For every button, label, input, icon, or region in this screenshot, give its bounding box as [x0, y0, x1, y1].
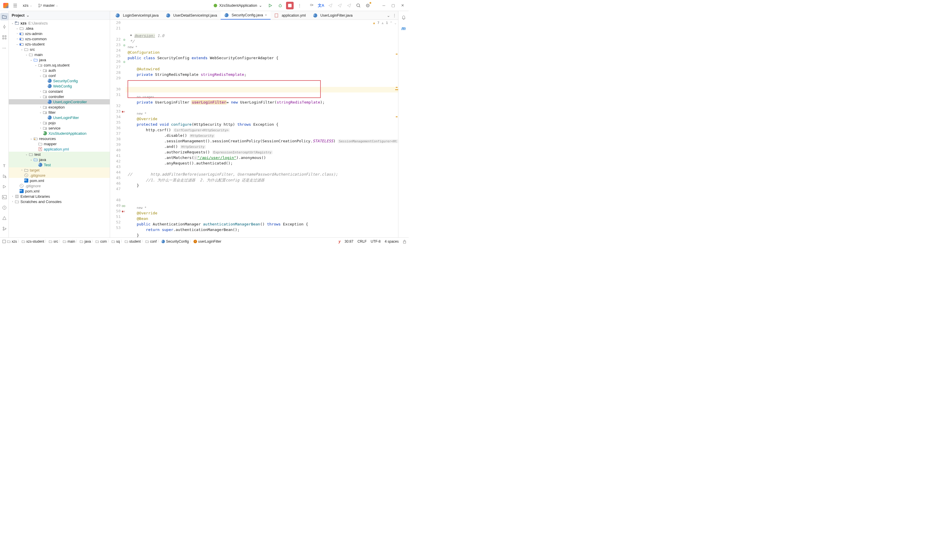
tree-item[interactable]: ⌄main	[9, 52, 110, 57]
readonly-lock-icon[interactable]	[403, 240, 406, 243]
minimize-button[interactable]: ─	[379, 2, 388, 10]
send-alt-icon[interactable]	[336, 2, 344, 10]
vcs-branch-crumb[interactable]: master⌄	[35, 2, 61, 9]
breadcrumb-item[interactable]: sq	[111, 240, 120, 243]
run-button[interactable]	[266, 2, 274, 10]
tree-item[interactable]: ›Scratches and Consoles	[9, 199, 110, 204]
run-config-selector[interactable]: XzsStudentApplication⌄	[211, 2, 264, 9]
run-tool-button[interactable]	[0, 172, 8, 180]
run-gutter-icon[interactable]: ◎	[123, 43, 125, 47]
breadcrumb-item[interactable]: main	[63, 240, 75, 243]
tree-item[interactable]: ⌄filter	[9, 110, 110, 115]
breadcrumb-item[interactable]: com	[96, 240, 107, 243]
breadcrumb-item[interactable]: fuserLoginFilter	[194, 240, 221, 243]
yandex-icon[interactable]: y	[339, 240, 341, 243]
tree-item[interactable]: ⌄src	[9, 47, 110, 52]
project-panel-header[interactable]: Project⌄	[9, 11, 110, 20]
tree-item[interactable]: .gitignore	[9, 173, 110, 178]
tree-item[interactable]: ▶XzsStudentApplication	[9, 131, 110, 136]
code-editor[interactable]: 202122◎23◎242526◎27282930313233●↑3435363…	[110, 20, 398, 237]
intention-bulb-icon[interactable]: 💡	[126, 100, 126, 105]
project-tree[interactable]: ⌄ xzs E:\Java\xzs ⌄.idea›xzs-admin›xzs-c…	[9, 20, 110, 237]
code-with-me-icon[interactable]	[308, 2, 316, 10]
send-icon[interactable]	[326, 2, 334, 10]
run-dashboard-button[interactable]	[0, 183, 8, 191]
tree-item[interactable]: ›auth	[9, 68, 110, 73]
tree-item[interactable]: mpom.xml	[9, 188, 110, 194]
breadcrumb-item[interactable]: src	[49, 240, 58, 243]
tree-item[interactable]: ⌄.idea	[9, 26, 110, 31]
tree-item[interactable]: mapper	[9, 141, 110, 146]
override-icon[interactable]: ●↑	[122, 110, 125, 113]
file-encoding[interactable]: UTF-8	[371, 240, 381, 243]
editor-tab[interactable]: CUserLoginFilter.java	[310, 11, 356, 20]
caret-position[interactable]: 30:87	[345, 240, 353, 243]
tree-item[interactable]: ⌄xzs-student	[9, 42, 110, 47]
line-separator[interactable]: CRLF	[358, 240, 367, 243]
tree-item[interactable]: ›service	[9, 125, 110, 131]
override-icon[interactable]: ◎◎	[122, 204, 125, 208]
stop-button[interactable]	[286, 2, 294, 9]
run-gutter-icon[interactable]: ◎	[123, 60, 125, 63]
tree-item[interactable]: ›exception	[9, 105, 110, 110]
tree-root[interactable]: ⌄ xzs E:\Java\xzs	[9, 20, 110, 26]
app-logo[interactable]	[2, 2, 10, 10]
breadcrumb-item[interactable]: CSecurityConfig	[162, 240, 189, 243]
breadcrumb-toggle[interactable]	[2, 240, 6, 243]
editor-gutter[interactable]: 202122◎23◎242526◎27282930313233●↑3435363…	[110, 20, 126, 237]
search-icon[interactable]	[354, 2, 362, 10]
tree-item[interactable]: ›External Libraries	[9, 194, 110, 199]
close-tab-icon[interactable]: ×	[265, 13, 267, 17]
tree-item[interactable]: ›constant	[9, 89, 110, 94]
problems-tool-button[interactable]	[0, 203, 8, 212]
notifications-button[interactable]	[399, 14, 408, 22]
breadcrumb-item[interactable]: xzs	[7, 240, 17, 243]
breadcrumb-item[interactable]: java	[80, 240, 91, 243]
tree-item[interactable]: ›xzs-admin	[9, 31, 110, 36]
terminal-tool-button[interactable]	[0, 193, 8, 201]
debug-button[interactable]	[276, 2, 284, 10]
commit-tool-button[interactable]	[0, 23, 8, 31]
code-content[interactable]: ▲7 ▲1 ^⌄ * @version: 1.0 */new *@Configu…	[126, 20, 398, 237]
send-alt2-icon[interactable]	[345, 2, 353, 10]
editor-scrollbar[interactable]	[395, 29, 398, 237]
settings-icon[interactable]	[364, 2, 372, 10]
tree-item[interactable]: ⌄conf	[9, 73, 110, 78]
override-icon[interactable]: ●↑	[122, 210, 125, 213]
close-button[interactable]: ✕	[398, 2, 407, 10]
editor-tab[interactable]: application.yml	[271, 11, 310, 20]
breadcrumb-item[interactable]: xzs-student	[22, 240, 44, 243]
vcs-tool-button[interactable]	[0, 225, 8, 233]
build-tool-button[interactable]	[0, 214, 8, 222]
more-tools-icon[interactable]: ⋯	[0, 44, 8, 52]
editor-tab[interactable]: CUserDetailServiceImpl.java	[162, 11, 220, 20]
tree-item[interactable]: ⌄resources	[9, 136, 110, 141]
more-actions-icon[interactable]: ⋮	[295, 2, 304, 10]
tree-item[interactable]: ⌄java	[9, 57, 110, 62]
tree-item[interactable]: CWebConfig	[9, 83, 110, 89]
run-gutter-icon[interactable]: ◎	[123, 38, 125, 42]
bookmarks-tool-button[interactable]: T	[0, 162, 8, 170]
tree-item[interactable]: CTest	[9, 162, 110, 168]
breadcrumb-item[interactable]: student	[125, 240, 141, 243]
tree-item[interactable]: CUserLoginController	[9, 99, 110, 105]
tree-item[interactable]: ⌄test	[9, 152, 110, 157]
inspection-widget[interactable]: ▲7 ▲1 ^⌄	[373, 21, 396, 25]
tree-item[interactable]: ›target	[9, 168, 110, 173]
maximize-button[interactable]: ▢	[389, 2, 398, 10]
breadcrumbs[interactable]: xzs〉xzs-student〉src〉main〉java〉com〉sq〉stu…	[7, 239, 221, 244]
editor-tab[interactable]: CLoginServiceImpl.java	[112, 11, 162, 20]
tree-item[interactable]: mpom.xml	[9, 178, 110, 183]
tree-item[interactable]: application.yml	[9, 146, 110, 152]
tree-item[interactable]: CUserLoginFilter	[9, 115, 110, 120]
project-crumb[interactable]: xzs⌄	[20, 2, 34, 9]
tree-item[interactable]: .gitignore	[9, 183, 110, 188]
tree-item[interactable]: ⌄java	[9, 157, 110, 162]
tree-item[interactable]: ›xzs-common	[9, 36, 110, 42]
breadcrumb-item[interactable]: conf	[145, 240, 157, 243]
tabs-dropdown-icon[interactable]: ⌄	[387, 13, 390, 18]
tabs-more-icon[interactable]: ⋮	[393, 13, 396, 17]
indent-widget[interactable]: 4 spaces	[385, 240, 399, 243]
maven-button[interactable]: m	[399, 25, 408, 33]
tree-item[interactable]: ⌄controller	[9, 94, 110, 99]
